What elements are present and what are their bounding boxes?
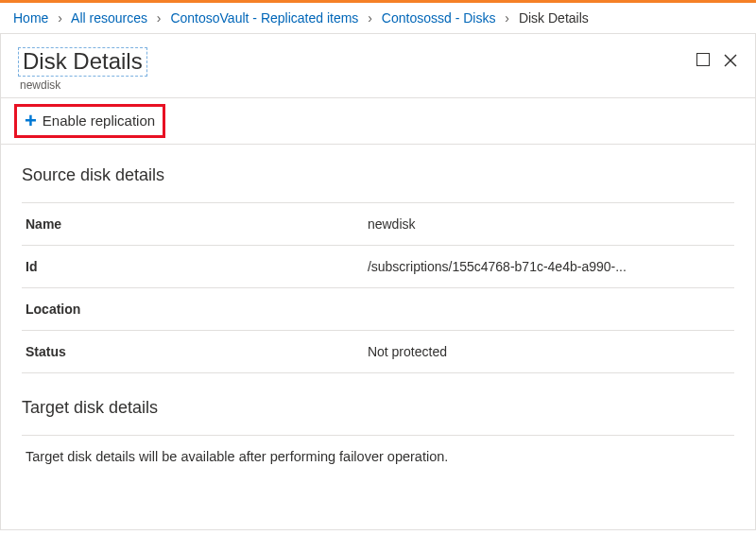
- source-section-heading: Source disk details: [22, 165, 734, 185]
- breadcrumb-vault[interactable]: ContosoVault - Replicated items: [170, 10, 358, 26]
- chevron-right-icon: ›: [58, 10, 62, 26]
- chevron-right-icon: ›: [157, 10, 162, 26]
- table-row: Status Not protected: [22, 330, 734, 372]
- target-section-heading: Target disk details: [22, 398, 734, 418]
- prop-value-name: newdisk: [364, 202, 734, 245]
- prop-label-name: Name: [22, 202, 364, 245]
- breadcrumb-current: Disk Details: [519, 10, 589, 26]
- prop-value-location: [364, 287, 734, 330]
- table-row: Name newdisk: [22, 202, 734, 245]
- plus-icon: +: [25, 111, 37, 131]
- blade-panel: Disk Details newdisk + Enable replicatio…: [0, 34, 756, 530]
- prop-label-id: Id: [22, 245, 364, 287]
- chevron-right-icon: ›: [368, 10, 372, 26]
- breadcrumb-disks[interactable]: Contosossd - Disks: [382, 10, 496, 26]
- chevron-right-icon: ›: [505, 10, 509, 26]
- prop-label-location: Location: [22, 287, 364, 330]
- table-row: Location: [22, 287, 734, 330]
- maximize-icon[interactable]: [696, 53, 710, 66]
- toolbar: + Enable replication: [1, 97, 755, 145]
- close-icon[interactable]: [723, 53, 738, 68]
- target-section-message: Target disk details will be available af…: [22, 435, 734, 477]
- enable-replication-button[interactable]: + Enable replication: [14, 104, 165, 138]
- page-title: Disk Details: [18, 47, 147, 77]
- window-controls: [696, 47, 738, 68]
- prop-label-status: Status: [22, 330, 364, 372]
- blade-content: Source disk details Name newdisk Id /sub…: [1, 145, 755, 529]
- enable-replication-label: Enable replication: [43, 112, 155, 129]
- breadcrumb: Home › All resources › ContosoVault - Re…: [0, 3, 756, 34]
- blade-header: Disk Details newdisk: [1, 34, 755, 97]
- page-subtitle: newdisk: [18, 78, 696, 92]
- breadcrumb-all-resources[interactable]: All resources: [71, 10, 147, 26]
- table-row: Id /subscriptions/155c4768-b71c-4e4b-a99…: [22, 245, 734, 287]
- prop-value-id: /subscriptions/155c4768-b71c-4e4b-a990-.…: [364, 245, 734, 287]
- prop-value-status: Not protected: [364, 330, 734, 372]
- source-properties-table: Name newdisk Id /subscriptions/155c4768-…: [22, 202, 734, 373]
- breadcrumb-home[interactable]: Home: [13, 10, 48, 26]
